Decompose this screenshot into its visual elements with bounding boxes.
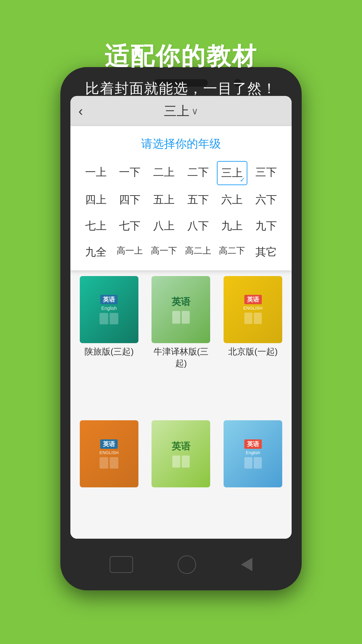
grade-item-18[interactable]: 九下 [251,215,282,237]
grade-item-12[interactable]: 六下 [251,189,282,211]
page-background: 适配你的教材 比着封面就能选，一目了然！ ‹ 三上 ∨ 请选择你的年级 [0,0,362,644]
grade-dropdown: 请选择你的年级 一上 一下 二上 二下 三上✓ 三下 四上 四下 五上 五下 六… [70,126,292,270]
nav-bar: ‹ 三上 ∨ [70,96,292,126]
book-item-7[interactable]: 英语 ENGLISH [76,420,142,533]
grade-item-13[interactable]: 七上 [80,215,111,237]
grade-grid: 一上 一下 二上 二下 三上✓ 三下 四上 四下 五上 五下 六上 六下 七上 … [77,161,285,264]
grade-item-20[interactable]: 高一上 [115,241,145,264]
grade-item-4[interactable]: 二下 [183,161,214,185]
grade-item-16[interactable]: 八下 [183,215,214,237]
grade-item-23[interactable]: 高二下 [217,241,248,264]
page-title-sub: 比着封面就能选，一目了然！ [85,79,277,98]
back-button[interactable]: ‹ [78,104,83,119]
page-title-main: 适配你的教材 [85,40,277,72]
nav-title[interactable]: 三上 [164,103,189,120]
grade-item-15[interactable]: 八上 [148,215,179,237]
book-label-4: 陕旅版(三起) [84,346,134,358]
phone-bottom-bar [60,539,302,590]
grade-item-22[interactable]: 高二上 [183,241,214,264]
grade-item-21[interactable]: 高一下 [148,241,179,264]
phone-screen: ‹ 三上 ∨ 请选择你的年级 一上 一下 二上 二下 三上✓ 三下 [70,96,292,539]
recents-button[interactable] [110,556,133,573]
grade-item-10[interactable]: 五下 [183,189,214,211]
home-button[interactable] [178,555,196,574]
grade-item-24[interactable]: 其它 [251,241,282,264]
grade-item-6[interactable]: 三下 [251,161,282,185]
grade-item-9[interactable]: 五上 [148,189,179,211]
book-label-6: 北京版(一起) [228,346,278,358]
grade-item-5[interactable]: 三上✓ [217,161,248,185]
back-button-hardware[interactable] [241,558,252,571]
grade-item-7[interactable]: 四上 [80,189,111,211]
book-item-4[interactable]: 英语 English 陕旅版(三起) [76,276,142,415]
phone-frame: ‹ 三上 ∨ 请选择你的年级 一上 一下 二上 二下 三上✓ 三下 [60,67,302,590]
grade-item-3[interactable]: 二上 [148,161,179,185]
grade-item-1[interactable]: 一上 [80,161,111,185]
grade-item-14[interactable]: 七下 [115,215,145,237]
book-item-9[interactable]: 英语 English [220,420,286,533]
grade-item-2[interactable]: 一下 [115,161,145,185]
grade-item-8[interactable]: 四下 [115,189,145,211]
grade-item-11[interactable]: 六上 [217,189,248,211]
book-item-6[interactable]: 英语 ENGLISH 北京版(一起) [220,276,286,415]
book-label-5: 牛津译林版(三起) [148,346,215,369]
grade-item-17[interactable]: 九上 [217,215,248,237]
book-item-5[interactable]: 英语 牛津译林版(三起) [148,276,215,415]
grade-item-19[interactable]: 九全 [80,241,111,264]
grade-selector-title: 请选择你的年级 [77,136,285,152]
book-item-8[interactable]: 英语 [148,420,215,533]
dropdown-arrow-icon[interactable]: ∨ [191,106,198,117]
